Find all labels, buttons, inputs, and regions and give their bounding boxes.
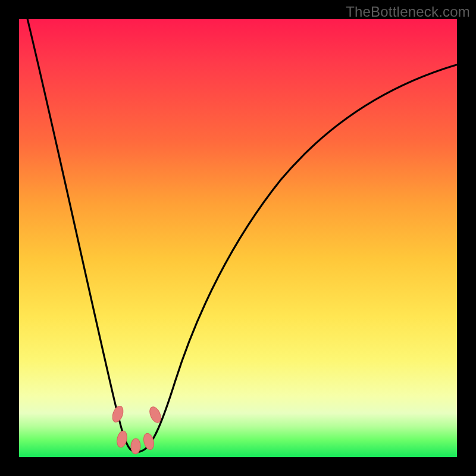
marker-3 [131, 439, 141, 455]
watermark-text: TheBottleneck.com [346, 4, 470, 20]
chart-frame: TheBottleneck.com [0, 0, 476, 476]
marker-4 [142, 432, 155, 450]
bottleneck-curve-path [27, 16, 461, 452]
marker-1 [111, 405, 126, 424]
curve-markers [111, 405, 163, 454]
bottleneck-curve-svg [19, 19, 457, 457]
marker-2 [115, 430, 128, 449]
